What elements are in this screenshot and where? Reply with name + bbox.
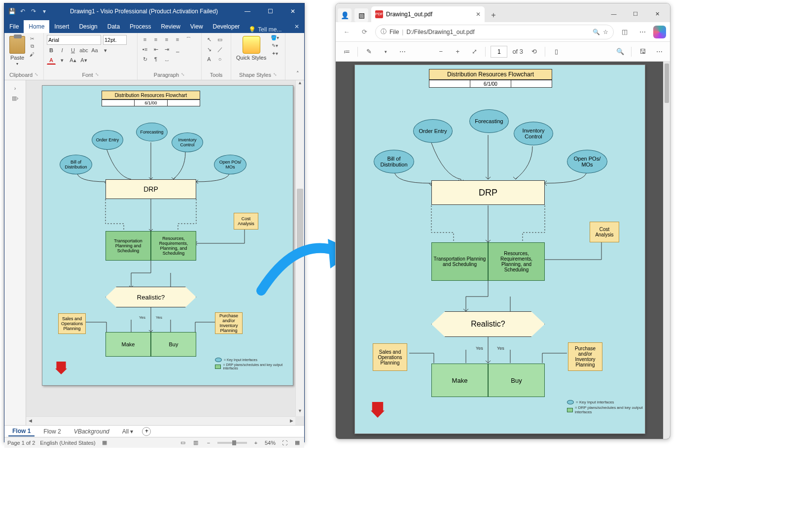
chevron-down-icon[interactable]: ▾ [58, 56, 67, 65]
align-justify-button[interactable]: ≡ [173, 35, 182, 44]
zoom-in-icon[interactable]: + [452, 48, 463, 55]
align-center-button[interactable]: ≡ [151, 35, 160, 44]
rotate-icon[interactable]: ⟲ [528, 48, 540, 55]
page-number-input[interactable] [491, 46, 507, 58]
split-screen-icon[interactable]: ◫ [618, 28, 632, 35]
more-tools-icon[interactable]: ⋯ [396, 48, 408, 55]
chevron-down-icon[interactable]: ▾ [101, 46, 110, 55]
align-middle-button[interactable]: ⎯ [173, 45, 182, 54]
page-view-icon[interactable]: ▯ [550, 48, 562, 55]
minimize-icon[interactable]: — [236, 3, 259, 19]
rect-tool-button[interactable]: ▭ [215, 35, 224, 44]
line-button[interactable]: ✎▾ [270, 43, 279, 50]
align-top-button[interactable]: ⎴ [184, 35, 193, 44]
case-button[interactable]: Aa [90, 46, 99, 55]
fill-button[interactable]: 🪣▾ [270, 35, 279, 42]
copilot-icon[interactable] [653, 26, 666, 38]
text-tool-button[interactable]: A [205, 55, 213, 64]
switch-windows-icon[interactable]: ▦ [293, 439, 301, 446]
contents-icon[interactable]: ≔ [341, 48, 352, 55]
paragraph-mark-button[interactable]: ¶ [151, 55, 160, 64]
tab-data[interactable]: Data [103, 20, 125, 33]
chevron-down-icon[interactable]: ▾ [380, 49, 391, 54]
line-tool-button[interactable]: ／ [215, 45, 224, 54]
refresh-icon[interactable]: ⟳ [357, 28, 371, 35]
redo-icon[interactable]: ↷ [29, 7, 38, 16]
pagetab-vbackground[interactable]: VBackground [70, 427, 113, 436]
expand-shapes-icon[interactable]: › [4, 83, 26, 93]
shrink-font-button[interactable]: A▾ [79, 56, 88, 65]
find-icon[interactable]: 🔍 [614, 48, 626, 55]
scroll-down-icon[interactable]: ▼ [296, 408, 304, 416]
bold-button[interactable]: B [47, 46, 56, 55]
profile-icon[interactable]: 👤 [338, 8, 352, 22]
tab-home[interactable]: Home [24, 20, 49, 33]
status-lang[interactable]: English (United States) [40, 440, 96, 446]
pagetab-all[interactable]: All ▾ [118, 427, 138, 436]
browser-tab[interactable]: PDF Drawing1_out.pdf ✕ [371, 6, 485, 22]
tab-view[interactable]: View [185, 20, 208, 33]
qat-more-icon[interactable]: ▾ [40, 7, 49, 16]
ellipse-tool-button[interactable]: ○ [215, 55, 224, 64]
connector-tool-button[interactable]: ↘ [205, 45, 213, 54]
undo-icon[interactable]: ↶ [18, 7, 27, 16]
fit-icon[interactable]: ⤢ [468, 48, 480, 55]
dialog-launcher-icon[interactable]: ⤡ [273, 72, 277, 78]
new-tab-button[interactable]: + [487, 8, 500, 22]
indent-button[interactable]: ⇥ [162, 45, 171, 54]
dialog-launcher-icon[interactable]: ⤡ [95, 72, 99, 78]
outdent-button[interactable]: ⇤ [151, 45, 160, 54]
zoom-in-icon[interactable]: + [252, 440, 260, 446]
ribbon-close-icon[interactable]: ✕ [289, 20, 304, 33]
scroll-left-icon[interactable]: ◀ [26, 417, 34, 425]
cut-icon[interactable]: ✂ [28, 35, 36, 42]
zoom-indicator-icon[interactable]: 🔍 [593, 29, 600, 35]
tab-review[interactable]: Review [156, 20, 185, 33]
shapes-pane[interactable]: › ▥› [4, 80, 26, 425]
dialog-launcher-icon[interactable]: ⤡ [181, 72, 185, 78]
maximize-icon[interactable]: ☐ [259, 3, 282, 19]
effects-button[interactable]: ✦▾ [270, 51, 279, 58]
site-info-icon[interactable]: ⓘ [381, 28, 387, 36]
close-icon[interactable]: ✕ [282, 3, 304, 19]
underline-button[interactable]: U [69, 46, 77, 55]
pdf-scrollbar[interactable] [663, 62, 670, 439]
quick-styles-button[interactable]: Quick Styles [234, 35, 268, 62]
pagetab-flow2[interactable]: Flow 2 [39, 427, 65, 436]
font-size-combo[interactable] [103, 35, 127, 45]
horizontal-scrollbar[interactable]: ◀ ▶ [26, 416, 295, 425]
draw-icon[interactable]: ✎ [363, 48, 375, 55]
font-name-combo[interactable] [47, 35, 101, 45]
pdf-viewport[interactable]: Distribution Resources Flowchart 6/1/00 [336, 62, 670, 439]
align-bottom-button[interactable]: ⎵ [162, 55, 171, 64]
strike-button[interactable]: abc [79, 46, 88, 55]
tab-insert[interactable]: Insert [49, 20, 74, 33]
presentation-icon[interactable]: ▭ [179, 439, 187, 446]
pointer-tool-button[interactable]: ↖ [205, 35, 213, 44]
zoom-out-icon[interactable]: − [435, 48, 447, 55]
tab-developer[interactable]: Developer [208, 20, 245, 33]
favorite-icon[interactable]: ☆ [603, 29, 608, 35]
macro-icon[interactable]: ▦ [101, 439, 108, 446]
back-icon[interactable]: ← [340, 28, 353, 35]
pagetab-flow1[interactable]: Flow 1 [8, 427, 35, 436]
collapse-ribbon-icon[interactable]: ˄ [293, 69, 302, 78]
more-icon[interactable]: ⋯ [653, 48, 665, 55]
scroll-right-icon[interactable]: ▶ [287, 417, 295, 425]
scroll-up-icon[interactable]: ▲ [296, 80, 304, 88]
fit-icon[interactable]: ⛶ [281, 440, 288, 446]
tab-design[interactable]: Design [74, 20, 102, 33]
address-bar[interactable]: ⓘ File | D:/Files/Drawing1_out.pdf 🔍 ☆ [375, 25, 614, 39]
save-icon[interactable]: 🖫 [636, 48, 648, 55]
page-width-icon[interactable]: ▥ [192, 439, 200, 446]
tab-process[interactable]: Process [125, 20, 156, 33]
tellme[interactable]: 💡Tell me... [245, 26, 289, 33]
grow-font-button[interactable]: A▴ [69, 56, 77, 65]
more-icon[interactable]: ⋯ [635, 28, 649, 35]
rotate-button[interactable]: ↻ [141, 55, 149, 64]
copy-icon[interactable]: ⧉ [28, 43, 36, 50]
bullets-button[interactable]: •≡ [141, 45, 149, 54]
close-icon[interactable]: ✕ [646, 5, 668, 22]
maximize-icon[interactable]: ☐ [625, 5, 646, 22]
scroll-thumb[interactable] [665, 64, 669, 103]
